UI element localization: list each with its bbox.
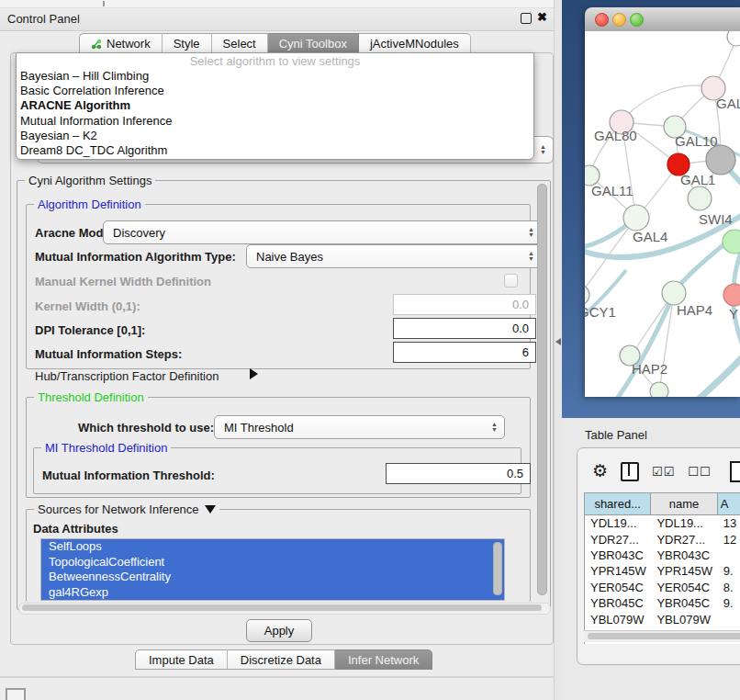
table-row[interactable]: YBR043CYBR043C: [585, 548, 740, 563]
table-cell: YDL19...: [585, 515, 651, 531]
table-row[interactable]: YDR27...YDR27...12: [585, 531, 740, 547]
manual-kernel-width-checkbox[interactable]: [504, 274, 518, 288]
expand-arrow-icon[interactable]: [250, 368, 258, 379]
network-node[interactable]: [727, 31, 740, 46]
table-row[interactable]: YIL052CYIL052C9.: [585, 643, 740, 644]
algorithm-option[interactable]: Bayesian – Hill Climbing: [17, 69, 533, 84]
traffic-light-close[interactable]: [595, 13, 609, 27]
network-node[interactable]: [650, 382, 668, 397]
tab-discretize-data[interactable]: Discretize Data: [228, 649, 335, 670]
sources-title-text: Sources for Network Inference: [38, 502, 199, 516]
tab-style[interactable]: Style: [163, 33, 212, 53]
table-row[interactable]: YER054CYER054C8.: [585, 580, 740, 595]
tab-infer-network[interactable]: Infer Network: [335, 649, 432, 670]
split-view-icon[interactable]: [621, 462, 639, 481]
vertical-scrollbar-thumb[interactable]: [537, 184, 547, 595]
network-node[interactable]: [706, 145, 735, 175]
traffic-light-zoom[interactable]: [630, 13, 644, 27]
hub-definition-label: Hub/Transcription Factor Definition: [35, 369, 219, 383]
tab-network[interactable]: Network: [79, 33, 163, 53]
mi-type-value: Naive Bayes: [256, 250, 323, 264]
table-cell: [718, 548, 740, 563]
algorithm-option[interactable]: Mutual Information Inference: [17, 114, 533, 129]
tab-cyni-toolbox[interactable]: Cyni Toolbox: [268, 33, 359, 53]
network-node[interactable]: [723, 230, 740, 254]
mi-steps-label: Mutual Information Steps:: [35, 347, 182, 361]
which-threshold-value: MI Threshold: [224, 421, 294, 435]
column-header-name[interactable]: name: [651, 493, 717, 514]
mi-threshold-field[interactable]: 0.5: [386, 463, 531, 484]
table-cell: 9.: [718, 563, 740, 579]
table-cell: 9.: [718, 643, 740, 644]
mi-steps-field[interactable]: 6: [393, 342, 536, 363]
table-cell: YBL079W: [651, 611, 717, 627]
tab-label: Network: [107, 37, 151, 51]
data-attributes-list: SelfLoopsTopologicalCoefficientBetweenne…: [40, 538, 505, 601]
data-attribute-item[interactable]: SelfLoops: [41, 539, 504, 555]
network-node-gcy1[interactable]: [585, 285, 589, 305]
algorithm-option[interactable]: Basic Correlation Inference: [17, 84, 533, 98]
horizontal-scrollbar-thumb[interactable]: [22, 604, 542, 611]
splitter-collapse-icon[interactable]: [555, 338, 561, 345]
tab-select[interactable]: Select: [212, 33, 268, 53]
checked-columns-icon[interactable]: ☑☑: [652, 465, 675, 479]
data-attribute-item[interactable]: TopologicalCoefficient: [41, 555, 504, 570]
network-node-gal4[interactable]: [623, 205, 649, 231]
table-cell: YBR045C: [585, 595, 651, 611]
bottom-tabs: Impute Data Discretize Data Infer Networ…: [135, 649, 432, 670]
table-panel: Table Panel ⚙ ☑☑ ☐☐ shared... name A YDL…: [562, 418, 740, 700]
algorithm-option[interactable]: ARACNE Algorithm: [17, 98, 533, 113]
table-panel-title: Table Panel: [585, 428, 647, 442]
tab-label: Select: [223, 37, 256, 51]
document-icon[interactable]: [730, 461, 740, 482]
collapse-arrow-icon[interactable]: [205, 505, 216, 514]
table-cell: YER054C: [585, 580, 651, 595]
list-scrollbar-thumb[interactable]: [493, 542, 502, 595]
settings-horizontal-scrollbar: [18, 603, 551, 615]
which-threshold-combo[interactable]: MI Threshold ▲▼: [214, 415, 505, 439]
table-body: YDL19...YDL19...13YDR27...YDR27...12YBR0…: [585, 515, 740, 644]
column-header-clipped[interactable]: A: [718, 493, 740, 514]
network-node-swi4[interactable]: [688, 186, 712, 210]
table-horizontal-scrollbar: [584, 630, 740, 642]
data-attribute-item[interactable]: BetweennessCentrality: [41, 570, 504, 585]
mi-type-combo[interactable]: Naive Bayes ▲▼: [246, 244, 542, 268]
network-node-label: Y: [729, 306, 738, 322]
kernel-width-field[interactable]: 0.0: [393, 294, 536, 315]
network-node-y[interactable]: [723, 284, 740, 306]
algorithm-option[interactable]: Dream8 DC_TDC Algorithm: [17, 143, 533, 158]
data-attribute-item[interactable]: gal4RGexp: [41, 585, 504, 601]
tab-label: Cyni Toolbox: [279, 37, 347, 51]
table-row[interactable]: YBL079WYBL079W: [585, 611, 740, 627]
network-node-label: GAL10: [675, 133, 718, 149]
table-row[interactable]: YBR045CYBR045C9.: [585, 595, 740, 611]
tab-jactivemnodules[interactable]: jActiveMNodules: [359, 33, 471, 53]
algorithm-option[interactable]: Bayesian – K2: [17, 129, 533, 143]
table-scrollbar-thumb[interactable]: [588, 633, 740, 639]
close-icon[interactable]: ✖: [537, 10, 547, 24]
aracne-mode-combo[interactable]: Discovery ▲▼: [103, 220, 542, 244]
network-window-titlebar[interactable]: [585, 7, 740, 32]
table-cell: 9.: [718, 595, 740, 611]
tab-impute-data[interactable]: Impute Data: [135, 649, 228, 670]
table-cell: YBR043C: [585, 548, 651, 563]
column-header-shared-name[interactable]: shared...: [585, 493, 651, 514]
traffic-light-minimize[interactable]: [612, 13, 626, 27]
dock-panel-icon[interactable]: [6, 688, 26, 700]
float-panel-icon[interactable]: [521, 13, 532, 24]
gear-icon[interactable]: ⚙: [592, 463, 608, 480]
spinner-icon: ▲▼: [528, 251, 534, 262]
network-node-label: SWI4: [699, 211, 733, 227]
apply-button[interactable]: Apply: [246, 619, 312, 642]
dpi-tolerance-field[interactable]: 0.0: [393, 318, 536, 339]
table-row[interactable]: YPR145WYPR145W9.: [585, 563, 740, 579]
network-canvas[interactable]: GALGAL80GAL10GAL1GAL11SWI4GAL4GCY1HAP4YH…: [585, 31, 740, 397]
unchecked-columns-icon[interactable]: ☐☐: [688, 465, 711, 479]
popup-placeholder: Select algorithm to view settings: [17, 53, 533, 69]
table-row[interactable]: YDL19...YDL19...13: [585, 515, 740, 531]
table-toolbar: ⚙ ☑☑ ☐☐: [577, 456, 740, 487]
settings-group-title: Cyni Algorithm Settings: [25, 174, 155, 187]
table-cell: YER054C: [651, 580, 717, 595]
table-cell: YBR043C: [651, 548, 717, 563]
tab-label: Discretize Data: [241, 653, 321, 667]
